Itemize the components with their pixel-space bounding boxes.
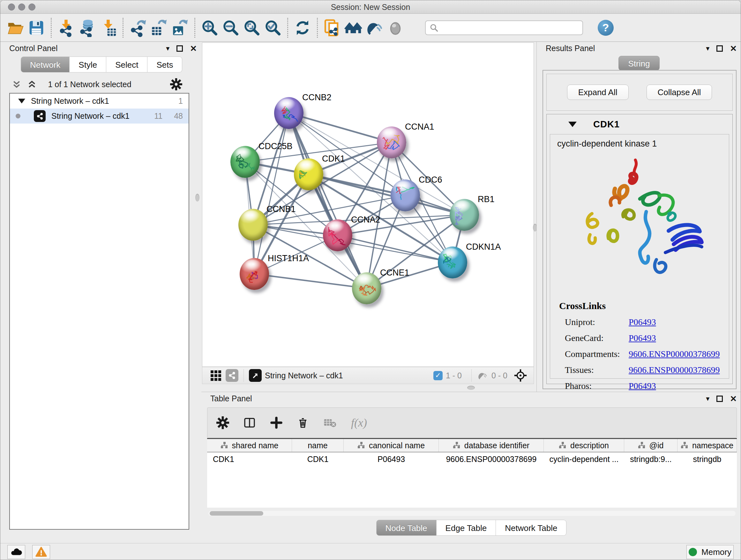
tab-network-table[interactable]: Network Table [496,520,566,536]
crosslink-link[interactable]: 9606.ENSP00000378699 [629,365,720,375]
column-header--id[interactable]: @id [624,439,677,452]
node-CCNB1[interactable] [239,209,268,241]
refresh-button[interactable] [292,17,313,38]
column-header-name[interactable]: name [292,439,344,452]
table-cell[interactable]: CDK1 [292,452,344,466]
node-RB1[interactable] [450,199,479,231]
column-header-canonical-name[interactable]: canonical name [344,439,439,452]
table-splitter-handle[interactable] [467,386,475,390]
node-CCNA2[interactable] [323,219,352,251]
node-CDKN1A[interactable] [438,246,467,278]
node-CCNB2[interactable] [274,97,304,129]
import-table-file-button[interactable] [98,17,119,38]
open-session-button[interactable] [5,17,26,38]
zoom-selected-button[interactable] [262,17,283,38]
open-in-new-window-button[interactable] [249,369,262,382]
grid-view-icon[interactable] [211,370,221,381]
collapse-all-button[interactable]: Collapse All [647,84,712,100]
edge-CCNA2-CDKN1A[interactable] [338,235,453,262]
float-panel-icon[interactable] [717,45,723,52]
export-network-button[interactable] [127,17,148,38]
collection-expander-icon[interactable] [18,99,25,104]
tab-network[interactable]: Network [21,57,70,72]
tab-string[interactable]: String [618,56,660,71]
network-collection-row[interactable]: String Network – cdk1 1 [10,94,189,109]
table-row[interactable]: CDK1CDK1P064939606.ENSP00000378699cyclin… [207,452,737,466]
close-panel-icon[interactable]: ✕ [730,44,737,53]
edge-CCNB2-HIST1H1A[interactable] [254,113,289,274]
table-cell[interactable]: 9606.ENSP00000378699 [439,452,544,466]
table-cell[interactable]: stringdb:9... [624,452,677,466]
zoom-fit-button[interactable] [241,17,262,38]
cloud-status-button[interactable] [7,545,25,559]
home-icon [344,18,362,37]
float-panel-icon[interactable] [177,45,183,52]
selected-checkbox-icon[interactable]: ✓ [433,371,443,380]
network-canvas[interactable]: CCNB2CCNA1CDC25BCDK1CDC6RB1CCNB1CCNA2CDK… [202,43,534,367]
search-input[interactable] [441,23,578,32]
protein-structure-thumb [294,159,323,190]
show-all-button[interactable] [385,17,406,38]
node-CDC25B[interactable] [230,146,260,178]
table-horizontal-scrollbar[interactable] [208,511,736,516]
table-cell[interactable]: stringdb [677,452,737,466]
new-network-from-selection-button[interactable] [322,17,343,38]
edge-HIST1H1A-CCNE1[interactable] [254,274,367,288]
hide-selected-button[interactable] [364,17,385,38]
column-header-description[interactable]: description [544,439,624,452]
help-button[interactable]: ? [598,20,614,36]
section-expander-icon[interactable] [568,122,577,127]
close-panel-icon[interactable]: ✕ [190,44,197,53]
protein-section-header[interactable]: CDK1 [547,114,732,134]
panel-menu-icon[interactable]: ▾ [706,395,710,403]
tab-select[interactable]: Select [106,57,147,72]
expand-all-button[interactable]: Expand All [567,84,629,100]
node-label-CDK1: CDK1 [322,154,345,164]
node-CCNA1[interactable] [377,126,406,159]
column-header-database-identifier[interactable]: database identifier [439,439,544,452]
table-cell[interactable]: cyclin-dependent ... [544,452,624,466]
table-cell[interactable]: P06493 [344,452,439,466]
delete-column-icon[interactable] [297,417,309,429]
edge-CCNB2-CCNA1[interactable] [289,113,392,142]
warnings-button[interactable] [32,545,50,559]
save-session-button[interactable] [26,17,47,38]
tab-edge-table[interactable]: Edge Table [436,520,496,536]
memory-button[interactable]: Memory [686,545,734,559]
table-options-gear-icon[interactable] [216,416,229,429]
zoom-out-button[interactable] [220,17,241,38]
zoom-in-button[interactable] [199,17,220,38]
home-button[interactable] [343,17,364,38]
control-panel-title: Control Panel [9,44,57,53]
crosslink-link[interactable]: P06493 [629,333,656,343]
crosslink-link[interactable]: P06493 [629,317,656,327]
birdseye-crosshair-icon[interactable] [514,369,527,382]
node-CDC6[interactable] [391,179,420,211]
close-panel-icon[interactable]: ✕ [730,395,737,403]
network-options-gear[interactable] [170,78,182,91]
network-row[interactable]: String Network – cdk1 11 48 [10,109,189,124]
network-share-icon[interactable] [226,369,239,382]
node-CCNE1[interactable] [352,272,381,304]
add-column-icon[interactable] [270,416,283,429]
left-splitter-handle[interactable] [195,194,199,201]
scrollbar-thumb[interactable] [210,511,263,516]
node-HIST1H1A[interactable] [240,258,269,290]
import-network-file-button[interactable] [56,17,77,38]
column-header-namespace[interactable]: namespace [677,439,737,452]
panel-menu-icon[interactable]: ▾ [706,44,710,53]
tab-style[interactable]: Style [70,57,106,72]
float-panel-icon[interactable] [717,395,723,402]
table-cell[interactable]: CDK1 [207,452,292,466]
export-table-button[interactable] [148,17,170,38]
export-image-button[interactable] [170,17,191,38]
crosslink-link[interactable]: 9606.ENSP00000378699 [629,349,720,359]
import-network-database-button[interactable] [77,17,98,38]
tab-node-table[interactable]: Node Table [376,520,436,536]
show-columns-icon[interactable] [243,416,256,429]
panel-menu-icon[interactable]: ▾ [166,44,170,53]
node-CDK1[interactable] [294,159,323,190]
crosslink-link[interactable]: P06493 [629,381,656,391]
column-header-shared-name[interactable]: shared name [207,439,292,452]
tab-sets[interactable]: Sets [147,57,182,72]
